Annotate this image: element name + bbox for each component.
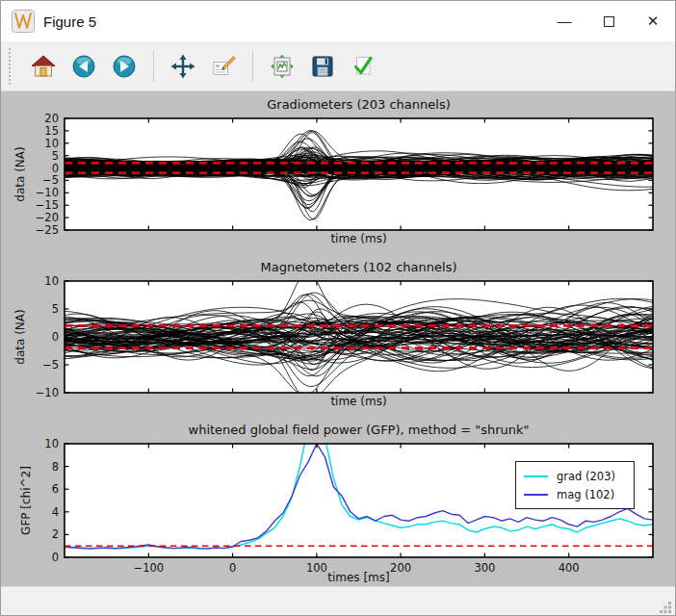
magnetometers-title: Magnetometers (102 channels) (65, 260, 653, 274)
y-tick-label: 6 (52, 482, 59, 496)
y-tick-label: 0 (52, 551, 59, 564)
y-tick-label: −15 (36, 198, 59, 212)
configure-subplots-button[interactable] (265, 50, 299, 83)
gfp-title: whitened global field power (GFP), metho… (65, 423, 653, 437)
notepad-pencil-icon (211, 54, 236, 79)
floppy-disk-icon (310, 54, 335, 79)
toolbar-gripper[interactable] (9, 48, 13, 85)
figure-canvas[interactable]: 20151050−5−10−15−20−251050−5−10−10001002… (1, 91, 676, 586)
back-icon (71, 54, 96, 79)
window-title: Figure 5 (43, 13, 96, 30)
maximize-icon (604, 16, 614, 27)
toolbar (1, 41, 675, 91)
back-button[interactable] (66, 50, 101, 83)
y-tick-label: 15 (44, 124, 59, 138)
y-tick-label: −10 (36, 186, 59, 199)
gfp-xlabel: times [ms] (65, 571, 653, 584)
gradiometers-xlabel: time (ms) (65, 232, 653, 245)
mag-line-sample (524, 494, 548, 496)
y-tick-label: 5 (52, 302, 59, 316)
y-tick-label: 0 (52, 330, 59, 344)
toolbar-separator (252, 51, 253, 82)
subplot-chart-icon (270, 54, 295, 79)
y-tick-label: −5 (42, 358, 59, 372)
y-tick-label: −20 (36, 211, 59, 224)
gradiometers-ylabel: data (NA) (13, 116, 27, 232)
y-tick-label: 2 (52, 527, 59, 541)
forward-icon (112, 54, 137, 79)
home-icon (31, 54, 56, 79)
minimize-icon: — (558, 16, 572, 26)
home-button[interactable] (26, 50, 61, 83)
y-tick-label: 8 (52, 460, 59, 474)
plot-area-svg: 20151050−5−10−15−20−251050−5−10−10001002… (1, 91, 676, 586)
grad-legend-label: grad (203) (557, 470, 615, 483)
mag-legend-label: mag (102) (557, 488, 614, 501)
y-tick-label: 20 (44, 112, 59, 125)
grad-line-sample (524, 475, 548, 477)
y-tick-label: −25 (36, 223, 59, 237)
gfp-ylabel: GFP [chi^2] (19, 443, 33, 558)
gfp-legend: grad (203) mag (102) (515, 461, 635, 509)
forward-button[interactable] (107, 50, 142, 83)
magnetometers-xlabel: time (ms) (65, 395, 653, 408)
y-tick-label: 4 (52, 505, 59, 519)
legend-row-grad: grad (203) (524, 467, 626, 485)
y-tick-label: 5 (52, 149, 59, 163)
minimize-button[interactable]: — (542, 1, 586, 41)
y-tick-label: −10 (36, 386, 59, 399)
close-button[interactable]: ✕ (631, 1, 675, 41)
green-check-icon (351, 54, 376, 79)
y-tick-label: 10 (44, 437, 59, 450)
maximize-button[interactable] (586, 1, 631, 41)
title-bar[interactable]: Figure 5 — ✕ (1, 1, 675, 41)
gradiometers-title: Gradiometers (203 channels) (65, 97, 653, 112)
zoom-edit-button[interactable] (206, 50, 241, 83)
y-tick-label: 10 (44, 137, 59, 150)
y-tick-label: −5 (42, 173, 59, 187)
status-bar (1, 586, 675, 616)
resize-grip-icon[interactable] (659, 601, 672, 614)
matplotlib-logo-icon (12, 10, 35, 33)
close-icon: ✕ (647, 13, 660, 30)
toolbar-separator (153, 51, 154, 82)
y-tick-label: 10 (44, 274, 59, 288)
pan-button[interactable] (166, 50, 200, 83)
legend-row-mag: mag (102) (524, 485, 626, 503)
magnetometers-ylabel: data (NA) (13, 279, 27, 395)
pan-arrows-icon (170, 54, 195, 79)
save-button[interactable] (305, 50, 340, 83)
customize-button[interactable] (346, 50, 380, 83)
figure-window: Figure 5 — ✕ (0, 0, 676, 616)
